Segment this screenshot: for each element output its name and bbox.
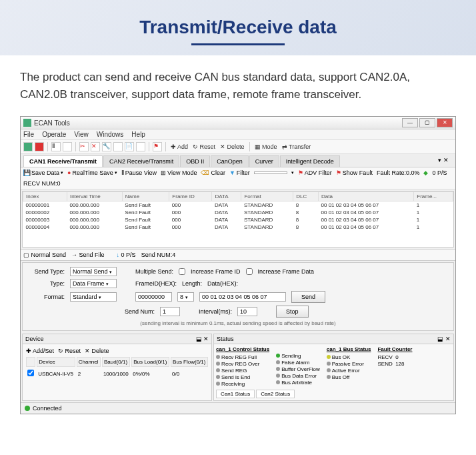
close-button[interactable]: ✕ <box>437 118 453 127</box>
col-interval[interactable]: Interval Time <box>67 192 122 201</box>
col-dlc[interactable]: DLC <box>293 192 319 201</box>
can1-status-tab[interactable]: Can1 Status <box>216 390 255 398</box>
normal-send-tab[interactable]: ▢ Normal Send <box>23 252 66 258</box>
send-button[interactable]: Send <box>291 291 325 303</box>
pause-view-button[interactable]: ⅡPause View <box>121 169 157 176</box>
tool-icon[interactable] <box>63 142 72 151</box>
data-input[interactable]: 00 01 02 03 04 05 06 07 <box>199 292 286 302</box>
device-delete-button[interactable]: ✕ Delete <box>85 348 109 354</box>
separator <box>165 142 166 151</box>
dev-col-busload[interactable]: Bus Load(0/1) <box>131 357 169 367</box>
dev-col-busflow[interactable]: Bus Flow(0/1) <box>171 357 208 367</box>
menubar: File Operate View Windows Help <box>21 129 455 140</box>
frameid-input[interactable]: 00000000 <box>135 292 172 302</box>
menu-file[interactable]: File <box>23 131 34 138</box>
flag-icon[interactable]: ⚑ <box>153 142 162 151</box>
table-row[interactable]: 00000003000.000.000Send Fault000DATASTAN… <box>23 216 453 223</box>
send-type-select[interactable]: Normal Send ▾ <box>70 267 117 276</box>
delete-button[interactable]: ✕ Delete <box>219 143 246 150</box>
add-button[interactable]: ✚ Add <box>169 143 189 150</box>
transfer-button[interactable]: ⇄ Transfer <box>281 143 313 150</box>
tab-intelligent-decode[interactable]: Intelligent Decode <box>280 155 340 167</box>
sendnum-input[interactable]: 1 <box>160 307 180 316</box>
status-panel-controls[interactable]: ⬓ ✕ <box>437 336 451 342</box>
interval-label: Interval(ms): <box>199 308 232 315</box>
maximize-button[interactable]: ▢ <box>419 118 435 127</box>
device-panel-controls[interactable]: ⬓ ✕ <box>196 336 209 342</box>
col-frame[interactable]: Frame... <box>414 192 453 201</box>
show-fault-button[interactable]: ⚑Show Fault <box>336 169 373 176</box>
status-panel: Status ⬓ ✕ can_1 Control Status Recv REG… <box>213 334 454 401</box>
save-data-button[interactable]: 💾Save Data ▾ <box>23 169 63 176</box>
stop-button[interactable]: Stop <box>276 306 309 318</box>
tab-curver[interactable]: Curver <box>249 155 279 167</box>
col-data[interactable]: Data <box>319 192 414 201</box>
pause-icon[interactable]: Ⅱ <box>51 142 61 151</box>
tab-can2[interactable]: CAN2 Receive/Transmit <box>103 155 179 167</box>
device-row[interactable]: USBCAN-II-V5 2 1000/1000 0%/0% 0/0 <box>26 368 208 379</box>
table-cell: DATA <box>212 216 241 223</box>
table-row[interactable]: 00000004000.000.000Send Fault000DATASTAN… <box>23 223 453 231</box>
filter-button[interactable]: ▼Filter <box>229 169 250 176</box>
frameid-label: FrameID(HEX): <box>135 280 177 287</box>
copy-icon[interactable] <box>113 142 123 151</box>
col-datatype[interactable]: DATA <box>212 192 241 201</box>
stop-icon[interactable] <box>35 142 44 151</box>
col-index[interactable]: Index <box>23 192 67 201</box>
device-title: Device <box>25 336 44 342</box>
type-label: Type: <box>28 280 65 287</box>
send-file-tab[interactable]: → Send File <box>71 252 105 258</box>
table-cell: 000 <box>169 209 212 216</box>
fault-counter-title: Fault Counter <box>377 346 412 352</box>
device-checkbox[interactable] <box>27 370 34 376</box>
tab-can1[interactable]: CAN1 Receive/Transmit <box>23 155 103 167</box>
device-busflow-cell: 0/0 <box>171 368 208 379</box>
doc-icon[interactable] <box>136 142 145 151</box>
dev-col-device[interactable]: Device <box>37 357 75 367</box>
adv-filter-button[interactable]: ⚑ADV Filter <box>298 169 332 176</box>
status-item: Bus OK <box>327 354 371 360</box>
tabs-close-icon[interactable]: ▾ ✕ <box>434 155 453 167</box>
realtime-save-button[interactable]: ●RealTime Save ▾ <box>67 169 117 176</box>
view-mode-button[interactable]: ⊞View Mode <box>161 169 197 176</box>
file-icon[interactable]: 📄 <box>125 142 134 151</box>
format-select[interactable]: Standard ▾ <box>70 292 117 302</box>
device-reset-button[interactable]: ↻ Reset <box>58 348 81 354</box>
menu-operate[interactable]: Operate <box>42 131 66 138</box>
play-icon[interactable] <box>23 142 33 151</box>
col-format[interactable]: Format <box>241 192 293 201</box>
table-row[interactable]: 00000001000.000.000Send Fault000DATASTAN… <box>23 201 453 209</box>
minimize-button[interactable]: — <box>402 118 418 127</box>
can2-status-tab[interactable]: Can2 Status <box>256 390 295 398</box>
dev-col-baud[interactable]: Baud(0/1) <box>102 357 130 367</box>
lower-panels: Device ⬓ ✕ ✚ Add/Set ↻ Reset ✕ Delete De… <box>21 332 455 402</box>
reset-button[interactable]: ↻ Reset <box>191 143 217 150</box>
device-addset-button[interactable]: ✚ Add/Set <box>26 348 54 354</box>
delete-x-icon[interactable]: ✕ <box>91 142 100 151</box>
type-select[interactable]: Data Frame ▾ <box>70 279 117 288</box>
increase-framedata-checkbox[interactable] <box>246 268 253 275</box>
dev-col-channel[interactable]: Channel <box>77 357 101 367</box>
mode-button[interactable]: ▦ Mode <box>253 143 279 150</box>
menu-view[interactable]: View <box>74 131 89 138</box>
length-select[interactable]: 8 ▾ <box>177 292 194 302</box>
tab-canopen[interactable]: CanOpen <box>211 155 249 167</box>
clear-button[interactable]: ⌫Clear <box>201 169 225 176</box>
menu-windows[interactable]: Windows <box>97 131 124 138</box>
table-cell: Send Fault <box>122 209 169 216</box>
status-columns: can_1 Control Status Recv REG Full Recv … <box>216 346 451 387</box>
filter-input[interactable] <box>254 171 287 174</box>
cut-icon[interactable]: ✂ <box>79 142 89 151</box>
col-name[interactable]: Name <box>122 192 169 201</box>
wrench-icon[interactable]: 🔧 <box>102 142 111 151</box>
table-row[interactable]: 00000002000.000.000Send Fault000DATASTAN… <box>23 209 453 216</box>
interval-input[interactable]: 10 <box>237 307 257 316</box>
increase-frameid-label: Increase Frame ID <box>191 268 241 275</box>
control-status-title: can_1 Control Status <box>216 346 269 352</box>
menu-help[interactable]: Help <box>131 131 145 138</box>
increase-frameid-checkbox[interactable] <box>179 268 185 275</box>
filter-dropdown-icon[interactable]: ▾ <box>291 170 294 175</box>
col-frameid[interactable]: Frame ID <box>169 192 212 201</box>
tab-obd2[interactable]: OBD II <box>180 155 210 167</box>
format-label: Format: <box>28 294 65 300</box>
